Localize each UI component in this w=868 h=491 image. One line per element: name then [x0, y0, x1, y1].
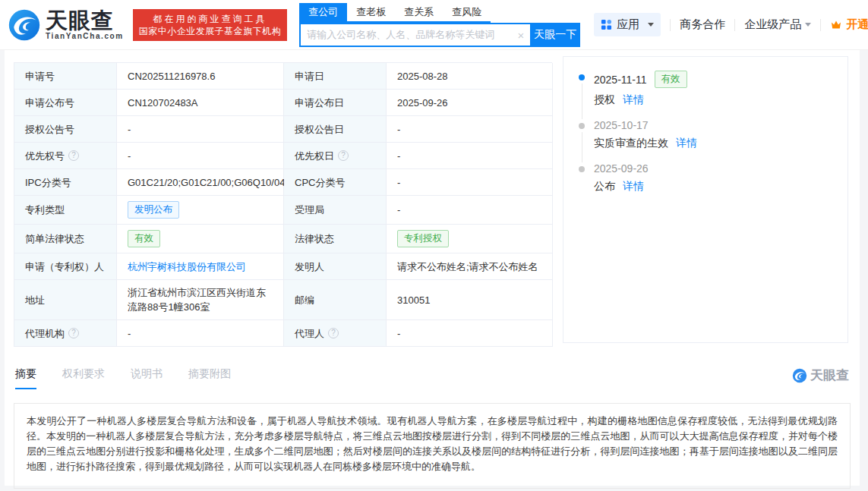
- search-area: 查公司 查老板 查关系 查风险 天眼一下: [299, 3, 580, 47]
- document-tabs: 摘要 权利要求 说明书 摘要附图 天眼查: [14, 367, 851, 390]
- field-label: 专利类型: [14, 196, 117, 225]
- search-tab-company[interactable]: 查公司: [299, 3, 347, 21]
- enterprise-label: 企业级产品: [744, 17, 801, 32]
- apps-menu[interactable]: 应用: [594, 13, 661, 36]
- brand-name: 天眼查: [46, 9, 124, 32]
- watermark-text: 天眼查: [810, 367, 849, 384]
- field-label: 申请（专利权）人: [14, 253, 117, 280]
- timeline-detail-link[interactable]: 详情: [623, 180, 644, 192]
- field-value: CN120702483A: [117, 90, 284, 116]
- timeline-line: [582, 132, 582, 162]
- timeline-dot: [579, 123, 585, 129]
- tianyancha-watermark: 天眼查: [792, 367, 849, 390]
- simple-legal-status-tag: 有效: [128, 230, 160, 247]
- help-icon[interactable]: [68, 328, 79, 338]
- field-value: -: [387, 196, 553, 225]
- help-icon[interactable]: [328, 328, 339, 338]
- slogan-line1: 都在用的商业查询工具: [139, 13, 282, 25]
- field-value: 杭州宇树科技股份有限公司: [117, 253, 284, 280]
- field-label: 授权公告日: [284, 116, 387, 143]
- field-value: -: [387, 169, 553, 196]
- field-label: 优先权日: [284, 143, 387, 169]
- field-label: 邮编: [284, 280, 387, 320]
- field-value: -: [117, 143, 284, 169]
- clear-search-icon[interactable]: [518, 29, 525, 40]
- search-input-wrap: [299, 23, 530, 47]
- field-value: -: [117, 320, 284, 347]
- field-value: 浙江省杭州市滨江区西兴街道东流路88号1幢306室: [117, 280, 284, 320]
- search-tab-relation[interactable]: 查关系: [395, 3, 443, 21]
- divider: [670, 19, 671, 31]
- legal-status-timeline: 2025-11-11 有效 授权 详情 2025-10-17: [563, 56, 848, 343]
- timeline-status-tag: 有效: [655, 71, 687, 88]
- timeline-event: 公布: [594, 180, 615, 192]
- vip-crown-icon: [830, 19, 842, 31]
- tab-abstract[interactable]: 摘要: [15, 367, 36, 389]
- header-nav: 应用 商务合作 企业级产品 开通会员 超级风...: [594, 13, 868, 36]
- timeline-item: 2025-09-26 公布 详情: [579, 162, 832, 206]
- top-header: 天眼查 TianYanCha.com 都在用的商业查询工具 国家中小企业发展子基…: [0, 0, 868, 50]
- timeline-detail-link[interactable]: 详情: [676, 137, 697, 149]
- tab-abstract-figure[interactable]: 摘要附图: [188, 367, 231, 389]
- field-label: 法律状态: [284, 225, 387, 253]
- apps-grid-icon: [601, 19, 612, 30]
- search-row: 天眼一下: [299, 23, 580, 47]
- tianyancha-logo[interactable]: 天眼查 TianYanCha.com: [8, 8, 124, 42]
- field-value: 发明公布: [117, 196, 284, 225]
- field-label: 申请公布号: [14, 90, 117, 116]
- field-label: 发明人: [284, 253, 387, 280]
- applicant-company-link[interactable]: 杭州宇树科技股份有限公司: [128, 260, 246, 274]
- field-value: G01C21/20;G01C21/00;G06Q10/047: [117, 169, 284, 196]
- field-value: -: [387, 116, 553, 143]
- brand-domain: TianYanCha.com: [46, 32, 124, 40]
- timeline-detail-link[interactable]: 详情: [623, 93, 644, 105]
- field-value: 专利授权: [387, 225, 553, 253]
- tab-specification[interactable]: 说明书: [131, 367, 163, 389]
- tianyancha-watermark-icon: [792, 368, 807, 383]
- search-tab-risk[interactable]: 查风险: [443, 3, 491, 21]
- field-label: 代理人: [284, 320, 387, 347]
- field-value: -: [387, 143, 553, 169]
- field-value: 310051: [387, 280, 553, 320]
- field-label: 申请日: [284, 63, 387, 90]
- chevron-down-icon: [648, 23, 654, 27]
- search-button[interactable]: 天眼一下: [530, 23, 580, 47]
- patent-detail-card: 申请号 CN202511216978.6 申请日 2025-08-28 申请公布…: [5, 50, 860, 486]
- legal-status-tag: 专利授权: [397, 230, 449, 247]
- search-tab-boss[interactable]: 查老板: [347, 3, 395, 21]
- tab-claims[interactable]: 权利要求: [62, 367, 105, 389]
- help-icon[interactable]: [338, 150, 349, 161]
- divider: [734, 19, 735, 31]
- slogan-line2: 国家中小企业发展子基金旗下机构: [139, 25, 282, 37]
- timeline-event: 授权: [594, 93, 615, 105]
- nav-cooperation[interactable]: 商务合作: [680, 17, 725, 32]
- field-label: CPC分类号: [284, 169, 387, 196]
- field-label: IPC分类号: [14, 169, 117, 196]
- search-tabs: 查公司 查老板 查关系 查风险: [299, 3, 491, 23]
- field-value: -: [117, 116, 284, 143]
- field-label: 受理局: [284, 196, 387, 225]
- abstract-text: 本发明公开了一种机器人多楼层复合导航方法和设备，属于机器人导航技术领域。现有机器…: [14, 403, 851, 489]
- search-input[interactable]: [299, 23, 530, 47]
- slogan-badge: 都在用的商业查询工具 国家中小企业发展子基金旗下机构: [133, 9, 288, 41]
- chevron-down-icon: [805, 23, 811, 27]
- field-label: 简单法律状态: [14, 225, 117, 253]
- field-value: 请求不公布姓名;请求不公布姓名: [387, 253, 553, 280]
- field-label: 代理机构: [14, 320, 117, 347]
- patent-info-table: 申请号 CN202511216978.6 申请日 2025-08-28 申请公布…: [14, 62, 552, 347]
- timeline-date: 2025-09-26: [594, 162, 649, 175]
- nav-enterprise[interactable]: 企业级产品: [744, 17, 811, 32]
- nav-open-vip[interactable]: 开通会员: [830, 17, 868, 32]
- field-label: 申请号: [14, 63, 117, 90]
- vip-label: 开通会员: [846, 17, 868, 32]
- field-label: 优先权号: [14, 143, 117, 169]
- field-value: 有效: [117, 225, 284, 253]
- field-value: -: [387, 320, 553, 347]
- timeline-item: 2025-11-11 有效 授权 详情: [579, 71, 832, 119]
- field-value: 2025-09-26: [387, 90, 553, 116]
- patent-type-tag: 发明公布: [128, 201, 179, 219]
- field-label: 地址: [14, 280, 117, 320]
- help-icon[interactable]: [68, 150, 79, 161]
- timeline-date: 2025-11-11: [594, 74, 647, 86]
- logo-text: 天眼查 TianYanCha.com: [46, 9, 124, 40]
